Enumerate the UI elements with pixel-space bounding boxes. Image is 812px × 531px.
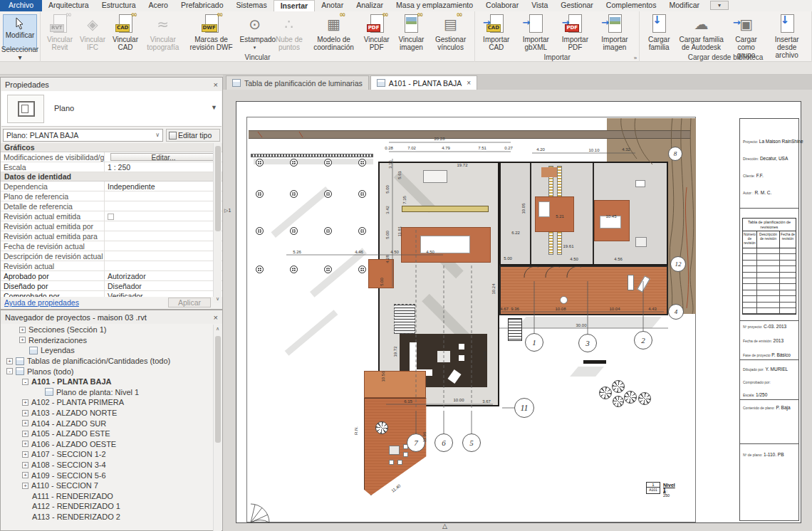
- browser-item-planos[interactable]: -Planos (todo): [1, 366, 222, 377]
- expand-icon[interactable]: +: [22, 410, 28, 416]
- tab-gestionar[interactable]: Gestionar: [554, 0, 600, 11]
- section-header-gráficos[interactable]: Gráficos∧: [1, 143, 222, 152]
- combo-dropdown-icon[interactable]: ∨: [155, 132, 160, 138]
- cargar-familia-button[interactable]: ↓Cargar familia: [642, 13, 675, 51]
- cargar-como-grupo-button[interactable]: ▣→Cargar como grupo: [727, 13, 765, 51]
- checkbox[interactable]: [108, 214, 114, 220]
- tab-complementos[interactable]: Complementos: [600, 0, 663, 11]
- property-value[interactable]: [105, 221, 222, 231]
- expand-icon[interactable]: +: [22, 483, 28, 489]
- collapse-icon[interactable]: -: [6, 368, 13, 374]
- ribbon-display-toggle[interactable]: ▾: [710, 1, 729, 10]
- modify-button[interactable]: Modificar: [3, 14, 37, 50]
- browser-item-a107[interactable]: +A107 - SECCION 1-2: [1, 449, 222, 460]
- expand-icon[interactable]: +: [22, 420, 28, 426]
- apply-button[interactable]: Aplicar: [168, 298, 211, 307]
- view-tab-tabla-de-planificación-de-luminarias[interactable]: Tabla de planificación de luminarias: [226, 75, 369, 90]
- expand-icon[interactable]: +: [22, 431, 28, 437]
- tab-insertar[interactable]: Insertar: [274, 0, 316, 11]
- view-tab-a101---planta-baja[interactable]: A101 - PLANTA BAJA×: [370, 75, 477, 90]
- expand-icon[interactable]: +: [22, 399, 28, 406]
- marcas-de-revisión-dwf-button[interactable]: DWF∞Marcas de revisión DWF: [184, 13, 239, 51]
- expand-icon[interactable]: +: [19, 337, 26, 343]
- type-dropdown-icon[interactable]: ▼: [211, 104, 217, 111]
- tab-acero[interactable]: Acero: [142, 0, 175, 11]
- tab-sistemas[interactable]: Sistemas: [229, 0, 273, 11]
- importar-imagen-button[interactable]: →Importar imagen: [593, 13, 637, 51]
- property-value[interactable]: [105, 191, 222, 201]
- property-value[interactable]: Autorizador: [105, 271, 222, 280]
- property-value[interactable]: [105, 261, 222, 270]
- browser-item-a111[interactable]: A111 - RENDERIZADO: [1, 491, 222, 502]
- tab-modificar[interactable]: Modificar: [662, 0, 706, 11]
- importar-pdf-button[interactable]: PDF→Importar PDF: [557, 13, 593, 51]
- property-label: Revisión actual emitida por: [1, 221, 105, 231]
- browser-item-leyendas[interactable]: Leyendas: [1, 345, 222, 356]
- importar-cad-button[interactable]: CAD→Importar CAD: [478, 13, 514, 51]
- browser-item-tablas[interactable]: +Tablas de planificación/Cantidades (tod…: [1, 356, 222, 367]
- browser-scrollbar[interactable]: ∧: [213, 325, 222, 531]
- importar-gbxml-button[interactable]: →Importar gbXML: [514, 13, 557, 51]
- browser-item-a101[interactable]: -A101 - PLANTA BAJA: [1, 377, 222, 387]
- browser-item-a105[interactable]: +A105 - ALZADO ESTE: [1, 429, 222, 439]
- edit-type-button[interactable]: Editar tipo: [166, 129, 220, 142]
- browser-item-a108[interactable]: +A108 - SECCION 3-4: [1, 460, 222, 470]
- browser-item-a104[interactable]: +A104 - ALZADO SUR: [1, 418, 222, 429]
- insertar-desde-archivo-button[interactable]: ↓Insertar desde archivo▾: [765, 13, 808, 51]
- property-value[interactable]: [105, 251, 222, 261]
- property-value[interactable]: [105, 231, 222, 241]
- cargar-familia-de-autodesk-button[interactable]: ☁Cargar familia de Autodesk: [675, 13, 727, 51]
- type-selector[interactable]: Plano ▼: [1, 91, 222, 127]
- view-tab-close-icon[interactable]: ×: [467, 79, 471, 87]
- vincular-pdf-button[interactable]: PDF∞Vincular PDF: [360, 13, 393, 51]
- browser-item-plano[interactable]: Plano de planta: Nivel 1: [1, 387, 222, 398]
- expand-icon[interactable]: +: [22, 472, 28, 478]
- collapse-icon[interactable]: -: [22, 379, 28, 385]
- property-row: Aprobado porAutorizador: [1, 271, 222, 281]
- revision-row: [743, 290, 796, 296]
- tab-vista[interactable]: Vista: [525, 0, 554, 11]
- property-value[interactable]: Diseñador: [105, 281, 222, 290]
- expand-icon[interactable]: +: [22, 462, 28, 468]
- vincular-imagen-button[interactable]: ∞Vincular imagen: [393, 13, 430, 51]
- properties-scrollbar[interactable]: ∨: [213, 143, 222, 303]
- expand-icon[interactable]: +: [22, 441, 28, 447]
- properties-close-icon[interactable]: ×: [214, 80, 218, 89]
- expand-icon[interactable]: +: [6, 358, 13, 364]
- browser-item-a102[interactable]: +A102 - PLANTA PRIMERA: [1, 397, 222, 408]
- view-selector-combo[interactable]: Plano: PLANTA BAJA ∨: [3, 129, 163, 142]
- select-dropdown[interactable]: Seleccionar ▾: [0, 46, 40, 61]
- expand-icon[interactable]: +: [19, 327, 26, 333]
- tab-archivo[interactable]: Archivo: [0, 0, 42, 11]
- browser-item-label: A109 - SECCION 5-6: [31, 471, 106, 480]
- edit-visibility-button[interactable]: Editar...: [110, 153, 217, 161]
- property-value[interactable]: Independiente: [105, 182, 222, 191]
- browser-item-renderizaciones[interactable]: +Renderizaciones: [1, 335, 222, 346]
- property-row: Plano de referencia: [1, 191, 222, 201]
- tab-masa-y-emplazamiento[interactable]: Masa y emplazamiento: [390, 0, 479, 11]
- section-header-datos-de-identidad[interactable]: Datos de identidad∧: [1, 172, 222, 182]
- browser-item-a113[interactable]: A113 - RENDERIZADO 2: [1, 512, 222, 520]
- modelo-de-coordinación-button[interactable]: ▦∞Modelo de coordinación: [307, 13, 360, 51]
- gestionar-vínculos-button[interactable]: ▤∞Gestionar vínculos: [430, 13, 472, 51]
- tab-colaborar[interactable]: Colaborar: [479, 0, 525, 11]
- property-label: Diseñado por: [1, 281, 105, 290]
- property-value[interactable]: Verificador: [105, 291, 222, 297]
- cad-import-icon: CAD→: [484, 14, 509, 35]
- properties-help-link[interactable]: Ayuda de propiedades: [4, 298, 79, 307]
- browser-item-a103[interactable]: +A103 - ALZADO NORTE: [1, 408, 222, 419]
- drawing-canvas[interactable]: 812413211765 20.280.287.024.797.510.2719…: [223, 90, 812, 531]
- browser-item-a110[interactable]: +A110 - SECCION 7: [1, 480, 222, 491]
- browser-item-a106[interactable]: +A106 - ALZADO OESTE: [1, 439, 222, 450]
- browser-item-a109[interactable]: +A109 - SECCION 5-6: [1, 470, 222, 480]
- browser-item-secciones[interactable]: +Secciones (Sección 1): [1, 325, 222, 335]
- vincular-cad-button[interactable]: CAD∞Vincular CAD: [109, 13, 142, 51]
- property-value[interactable]: [105, 241, 222, 251]
- property-value[interactable]: [105, 201, 222, 211]
- expand-icon[interactable]: +: [22, 451, 28, 458]
- property-value[interactable]: 1 : 250: [105, 162, 222, 172]
- estampado-button[interactable]: ⊙Estampado▾: [239, 13, 271, 51]
- browser-close-icon[interactable]: ×: [214, 313, 218, 322]
- browser-item-a112[interactable]: A112 - RENDERIZADO 1: [1, 501, 222, 512]
- sheet-a101[interactable]: 812413211765 20.280.287.024.797.510.2719…: [236, 101, 801, 523]
